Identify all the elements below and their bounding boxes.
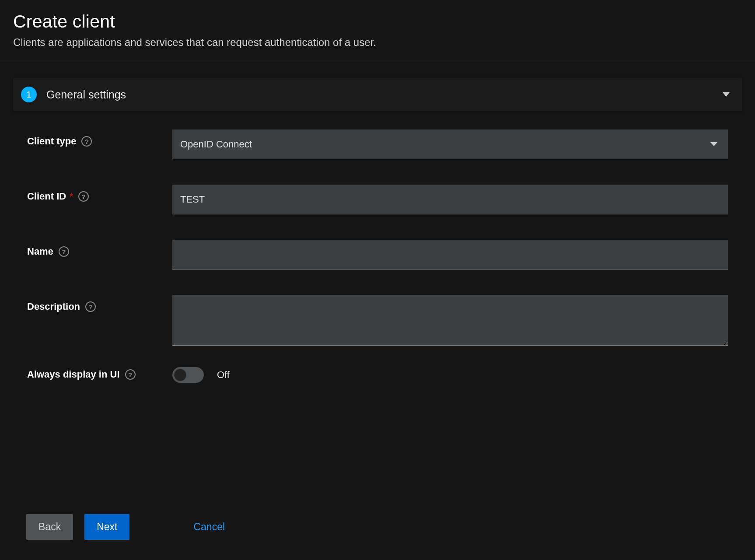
cancel-button[interactable]: Cancel: [189, 514, 229, 540]
label-client-type: Client type ?: [27, 130, 172, 147]
row-always-display: Always display in UI ? Off: [27, 367, 742, 383]
client-id-input[interactable]: [172, 185, 728, 214]
client-type-select[interactable]: OpenID Connect: [172, 130, 728, 159]
client-type-value: OpenID Connect: [180, 139, 252, 150]
page-description: Clients are applications and services th…: [13, 36, 742, 49]
help-icon[interactable]: ?: [125, 369, 136, 380]
wizard-content: 1 General settings Client type ? OpenID …: [0, 62, 755, 421]
help-icon[interactable]: ?: [78, 191, 89, 202]
row-client-id: Client ID * ?: [27, 185, 742, 214]
help-icon[interactable]: ?: [81, 136, 92, 147]
help-icon[interactable]: ?: [85, 301, 96, 312]
field-description: [172, 295, 728, 348]
field-always-display: Off: [172, 367, 728, 383]
page-title: Create client: [13, 11, 742, 32]
page-header: Create client Clients are applications a…: [0, 0, 755, 62]
general-settings-form: Client type ? OpenID Connect Client ID *…: [13, 130, 742, 383]
label-text-always-display: Always display in UI: [27, 369, 120, 380]
name-input[interactable]: [172, 240, 728, 270]
chevron-down-icon: [710, 142, 717, 146]
label-text-description: Description: [27, 301, 80, 312]
step-title: General settings: [46, 88, 126, 101]
step-number-badge: 1: [21, 87, 37, 102]
wizard-step-left: 1 General settings: [21, 87, 126, 102]
row-description: Description ?: [27, 295, 742, 348]
help-icon[interactable]: ?: [59, 246, 69, 257]
label-text-name: Name: [27, 246, 53, 257]
field-name: [172, 240, 728, 270]
next-button[interactable]: Next: [84, 514, 129, 540]
field-client-type: OpenID Connect: [172, 130, 728, 159]
field-client-id: [172, 185, 728, 214]
label-name: Name ?: [27, 240, 172, 257]
toggle-state-label: Off: [217, 369, 230, 381]
description-textarea[interactable]: [172, 295, 728, 346]
toggle-knob: [174, 369, 186, 381]
row-client-type: Client type ? OpenID Connect: [27, 130, 742, 159]
always-display-toggle[interactable]: [172, 367, 204, 383]
row-name: Name ?: [27, 240, 742, 270]
label-client-id: Client ID * ?: [27, 185, 172, 202]
label-text-client-type: Client type: [27, 136, 76, 147]
label-text-client-id: Client ID: [27, 191, 66, 202]
back-button[interactable]: Back: [26, 514, 73, 540]
wizard-footer: Back Next Cancel: [26, 514, 229, 540]
chevron-down-icon[interactable]: [723, 92, 730, 97]
required-asterisk: *: [70, 192, 73, 202]
label-description: Description ?: [27, 295, 172, 312]
label-always-display: Always display in UI ?: [27, 367, 172, 380]
wizard-step-general-settings[interactable]: 1 General settings: [13, 78, 742, 111]
